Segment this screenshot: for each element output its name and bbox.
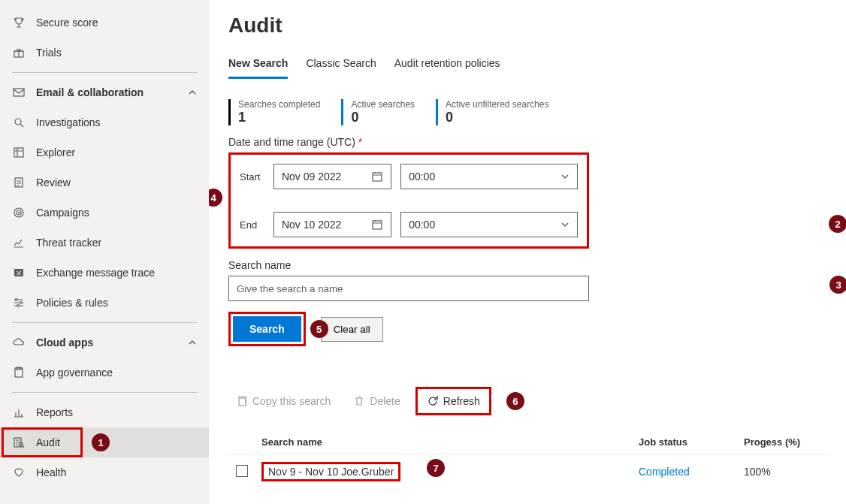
nav-label: Health	[36, 466, 197, 478]
page-title: Audit	[228, 14, 826, 38]
gift-icon	[12, 46, 26, 59]
clear-all-button[interactable]: Clear all	[321, 317, 383, 342]
explorer-icon	[12, 146, 26, 159]
start-date-value: Nov 09 2022	[282, 171, 341, 183]
exchange-icon	[12, 266, 26, 279]
search-name-input[interactable]	[228, 276, 589, 301]
cloud-icon	[12, 336, 26, 349]
nav-label: Secure score	[36, 17, 197, 29]
annotation-badge-1: 1	[92, 433, 110, 451]
chevron-up-icon	[188, 338, 197, 347]
svg-rect-3	[14, 148, 23, 157]
svg-point-9	[16, 299, 18, 301]
col-progress[interactable]: Progess (%)	[744, 436, 826, 448]
sidebar-item-campaigns[interactable]: Campaigns	[0, 198, 209, 228]
sidebar-item-review[interactable]: Review	[0, 167, 209, 198]
nav-label: Policies & rules	[36, 297, 197, 309]
col-job-status[interactable]: Job status	[639, 436, 744, 448]
sidebar-section-email[interactable]: Email & collaboration	[0, 77, 209, 107]
sliders-icon	[12, 296, 26, 309]
refresh-button[interactable]: Refresh	[419, 391, 488, 412]
sidebar-item-explorer[interactable]: Explorer	[0, 137, 209, 167]
end-date-value: Nov 10 2022	[282, 219, 341, 231]
stat-label: Searches completed	[238, 99, 320, 110]
annotation-badge-5: 5	[310, 320, 328, 338]
sidebar-item-secure-score[interactable]: Secure score	[0, 8, 209, 38]
nav-label: Trials	[36, 47, 197, 59]
svg-point-10	[20, 302, 23, 304]
action-label: Refresh	[443, 395, 480, 407]
end-time-input[interactable]: 00:00	[400, 212, 578, 237]
trash-icon	[353, 395, 365, 407]
stat-label: Active unfiltered searches	[446, 99, 548, 110]
divider	[12, 392, 197, 393]
tab-new-search[interactable]: New Search	[228, 51, 288, 79]
refresh-icon	[427, 395, 439, 407]
tab-retention-policies[interactable]: Audit retention policies	[394, 51, 500, 79]
heart-icon	[12, 466, 26, 479]
sidebar-item-threat-tracker[interactable]: Threat tracker	[0, 228, 209, 258]
sidebar-item-investigations[interactable]: Investigations	[0, 107, 209, 137]
delete-button[interactable]: Delete	[346, 391, 407, 412]
sidebar-item-policies[interactable]: Policies & rules	[0, 288, 209, 318]
sidebar-item-reports[interactable]: Reports	[0, 397, 209, 427]
row-status: Completed	[639, 466, 744, 478]
row-name: Nov 9 - Nov 10 Joe.Gruber	[268, 466, 394, 478]
search-button[interactable]: Search	[233, 316, 301, 342]
nav-label: Investigations	[36, 116, 197, 128]
start-time-input[interactable]: 00:00	[400, 164, 578, 189]
nav-label: Threat tracker	[36, 237, 197, 249]
end-time-value: 00:00	[409, 219, 435, 231]
calendar-icon	[371, 171, 383, 183]
clipboard-icon	[12, 176, 26, 189]
stat-active: Active searches 0	[341, 99, 415, 125]
svg-point-11	[17, 305, 20, 307]
sidebar-item-health[interactable]: Health	[0, 457, 209, 487]
nav-label: Campaigns	[36, 207, 197, 219]
svg-rect-18	[239, 398, 246, 406]
copy-search-button[interactable]: Copy this search	[228, 391, 338, 412]
divider	[12, 322, 197, 323]
sidebar-item-app-governance[interactable]: App governance	[0, 358, 209, 388]
table-header: Search name Job status Progess (%)	[228, 430, 826, 454]
results-table: Search name Job status Progess (%) Nov 9…	[228, 430, 826, 489]
stats-row: Searches completed 1 Active searches 0 A…	[228, 99, 826, 125]
sidebar-item-exchange-trace[interactable]: Exchange message trace	[0, 258, 209, 288]
nav-label: Exchange message trace	[36, 267, 197, 279]
chevron-down-icon	[560, 172, 570, 181]
svg-point-2	[15, 119, 21, 125]
mail-icon	[12, 86, 26, 99]
nav-label: Explorer	[36, 146, 197, 158]
chevron-up-icon	[188, 88, 197, 97]
search-name-label: Search name	[228, 259, 826, 271]
table-row[interactable]: Nov 9 - Nov 10 Joe.Gruber 7 Completed 10…	[228, 454, 826, 489]
svg-point-7	[19, 213, 20, 213]
date-range-box: Start Nov 09 2022 00:00 End Nov 10 2022 …	[228, 152, 589, 249]
action-label: Copy this search	[252, 395, 331, 407]
tab-classic-search[interactable]: Classic Search	[306, 51, 376, 79]
stat-unfiltered: Active unfiltered searches 0	[436, 99, 548, 125]
start-date-input[interactable]: Nov 09 2022	[273, 164, 391, 189]
svg-rect-16	[373, 173, 382, 181]
start-label: Start	[240, 171, 264, 183]
stat-value: 0	[446, 110, 548, 125]
annotation-badge-3: 3	[829, 276, 846, 294]
chevron-down-icon	[560, 220, 570, 229]
nav-label: Review	[36, 177, 197, 189]
sidebar-section-cloud[interactable]: Cloud apps	[0, 327, 209, 358]
annotation-badge-7: 7	[427, 459, 445, 477]
nav-label: App governance	[36, 367, 197, 379]
end-date-input[interactable]: Nov 10 2022	[273, 212, 391, 237]
row-checkbox[interactable]	[236, 465, 248, 477]
end-label: End	[240, 219, 264, 231]
action-label: Delete	[370, 395, 400, 407]
nav-label: Audit	[36, 436, 197, 448]
annotation-badge-2: 2	[829, 215, 846, 233]
col-search-name[interactable]: Search name	[261, 436, 639, 448]
action-bar: Copy this search Delete Refresh 6	[228, 387, 826, 415]
main-content: Audit New Search Classic Search Audit re…	[209, 0, 846, 504]
chart-icon	[12, 406, 26, 419]
sidebar-item-trials[interactable]: Trials	[0, 38, 209, 68]
divider	[12, 72, 197, 73]
audit-icon	[12, 436, 26, 449]
